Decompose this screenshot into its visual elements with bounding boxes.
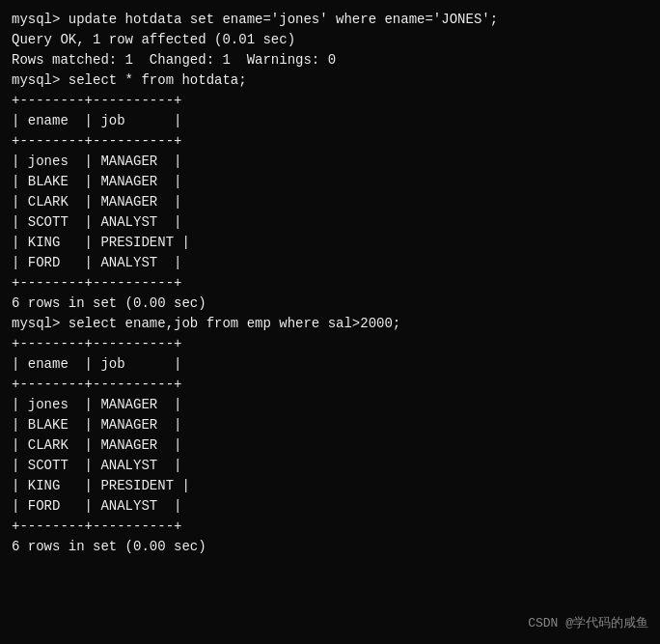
terminal-window: mysql> update hotdata set ename='jones' … (0, 0, 660, 644)
terminal-line: | SCOTT | ANALYST | (12, 456, 648, 476)
terminal-line: mysql> update hotdata set ename='jones' … (12, 10, 648, 30)
terminal-output: mysql> update hotdata set ename='jones' … (12, 10, 648, 557)
terminal-line: | SCOTT | ANALYST | (12, 212, 648, 233)
terminal-line: | BLAKE | MANAGER | (12, 172, 648, 192)
terminal-line: | BLAKE | MANAGER | (12, 415, 648, 435)
terminal-line: 6 rows in set (0.00 sec) (12, 294, 648, 314)
terminal-line: +--------+----------+ (12, 517, 648, 537)
terminal-line: | jones | MANAGER | (12, 152, 648, 172)
terminal-line: | ename | job | (12, 111, 648, 131)
terminal-line: 6 rows in set (0.00 sec) (12, 537, 648, 557)
terminal-line: +--------+----------+ (12, 375, 648, 395)
terminal-line: mysql> select ename,job from emp where s… (12, 314, 648, 334)
terminal-line: | FORD | ANALYST | (12, 496, 648, 517)
terminal-line: | FORD | ANALYST | (12, 253, 648, 273)
terminal-line: +--------+----------+ (12, 91, 648, 111)
terminal-line: | CLARK | MANAGER | (12, 435, 648, 456)
terminal-line: +--------+----------+ (12, 273, 648, 294)
terminal-line: | KING | PRESIDENT | (12, 233, 648, 253)
terminal-line: +--------+----------+ (12, 334, 648, 354)
terminal-line: mysql> select * from hotdata; (12, 70, 648, 91)
terminal-line: | jones | MANAGER | (12, 395, 648, 415)
terminal-line: Rows matched: 1 Changed: 1 Warnings: 0 (12, 50, 648, 70)
terminal-line: | CLARK | MANAGER | (12, 192, 648, 212)
terminal-line: | KING | PRESIDENT | (12, 476, 648, 496)
terminal-line: | ename | job | (12, 354, 648, 375)
watermark: CSDN @学代码的咸鱼 (528, 614, 648, 633)
terminal-line: Query OK, 1 row affected (0.01 sec) (12, 30, 648, 50)
terminal-line: +--------+----------+ (12, 131, 648, 152)
